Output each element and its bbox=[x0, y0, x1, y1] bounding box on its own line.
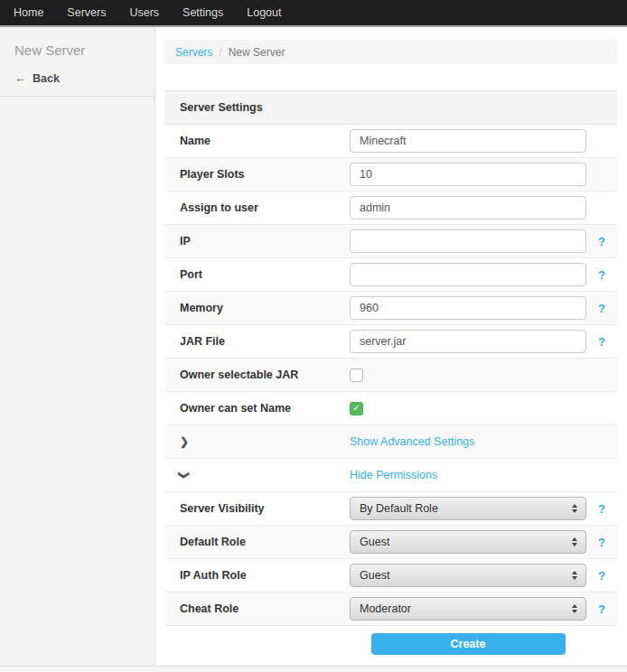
form-row-ip-auth-role: IP Auth RoleGuest? bbox=[164, 559, 617, 593]
form-row-memory: Memory? bbox=[164, 292, 617, 325]
form-row-owner-selectable-jar: Owner selectable JAR bbox=[164, 359, 617, 392]
select-stepper-icon bbox=[572, 604, 577, 613]
default-role-label: Default Role bbox=[180, 536, 246, 548]
form-row-cheat-role: Cheat RoleModerator? bbox=[164, 593, 617, 626]
default-role-help-icon[interactable]: ? bbox=[598, 536, 605, 549]
memory-input[interactable] bbox=[350, 296, 586, 320]
form-row-name: Name bbox=[164, 125, 617, 158]
page-bottom-strip bbox=[0, 666, 627, 672]
memory-label: Memory bbox=[180, 302, 223, 314]
ip-auth-role-label: IP Auth Role bbox=[180, 569, 247, 582]
selected-option: Guest bbox=[360, 536, 572, 548]
name-input[interactable] bbox=[350, 129, 586, 153]
jar-file-label: JAR File bbox=[180, 335, 225, 348]
settings-table: Server Settings NamePlayer SlotsAssign t… bbox=[164, 90, 617, 662]
form-row-ip: IP? bbox=[164, 225, 617, 258]
form-row-show-advanced-settings: ❯Show Advanced Settings bbox=[164, 425, 617, 459]
selected-option: Moderator bbox=[360, 602, 572, 615]
nav-item-servers[interactable]: Servers bbox=[55, 0, 117, 25]
form-row-jar-file: JAR File? bbox=[164, 325, 617, 359]
form-row-hide-permissions: ❯Hide Permissions bbox=[164, 459, 617, 492]
owner-selectable-jar-checkbox[interactable] bbox=[350, 369, 363, 382]
chevron-right-icon: ❯ bbox=[180, 435, 189, 448]
top-navbar: Home Servers Users Settings Logout bbox=[0, 0, 627, 27]
page-title: New Server bbox=[0, 27, 154, 58]
player-slots-input[interactable] bbox=[350, 163, 586, 186]
ip-label: IP bbox=[180, 235, 191, 247]
create-row: Create bbox=[164, 626, 617, 662]
jar-file-input[interactable] bbox=[350, 330, 586, 353]
nav-item-logout[interactable]: Logout bbox=[235, 0, 293, 25]
cheat-role-label: Cheat Role bbox=[180, 602, 239, 615]
back-arrow-icon: ← bbox=[14, 71, 26, 85]
jar-file-help-icon[interactable]: ? bbox=[598, 335, 605, 349]
breadcrumb-separator: / bbox=[219, 46, 221, 59]
assign-to-user-input[interactable] bbox=[350, 196, 586, 219]
owner-can-set-name-label: Owner can set Name bbox=[180, 402, 291, 415]
memory-help-icon[interactable]: ? bbox=[598, 302, 605, 315]
select-stepper-icon bbox=[572, 571, 577, 580]
form-row-server-visibility: Server VisibilityBy Default Role? bbox=[164, 492, 617, 526]
sidebar: New Server ← Back bbox=[0, 27, 155, 666]
player-slots-label: Player Slots bbox=[180, 168, 245, 181]
assign-to-user-label: Assign to user bbox=[180, 201, 258, 214]
back-link[interactable]: ← Back bbox=[0, 68, 154, 97]
nav-item-settings[interactable]: Settings bbox=[171, 0, 235, 25]
form-row-port: Port? bbox=[164, 258, 617, 292]
form-row-player-slots: Player Slots bbox=[164, 158, 617, 191]
ip-auth-role-help-icon[interactable]: ? bbox=[598, 569, 605, 583]
select-stepper-icon bbox=[572, 537, 577, 546]
port-label: Port bbox=[180, 268, 202, 281]
owner-can-set-name-checkbox[interactable]: ✓ bbox=[350, 402, 363, 415]
checkmark-icon: ✓ bbox=[352, 404, 360, 413]
select-stepper-icon bbox=[572, 504, 577, 513]
back-link-label: Back bbox=[33, 72, 60, 85]
form-rows: NamePlayer SlotsAssign to userIP?Port?Me… bbox=[164, 125, 617, 626]
form-row-owner-can-set-name: Owner can set Name✓ bbox=[164, 392, 617, 425]
create-button[interactable]: Create bbox=[371, 633, 566, 655]
nav-item-users[interactable]: Users bbox=[117, 0, 171, 25]
table-header: Server Settings bbox=[164, 91, 617, 125]
ip-help-icon[interactable]: ? bbox=[598, 235, 605, 248]
default-role-select[interactable]: Guest bbox=[350, 530, 586, 554]
server-visibility-help-icon[interactable]: ? bbox=[598, 502, 605, 516]
server-visibility-label: Server Visibility bbox=[180, 502, 265, 515]
nav-item-home[interactable]: Home bbox=[2, 0, 55, 25]
content-area: New Server ← Back Servers / New Server S… bbox=[0, 27, 627, 666]
ip-auth-role-select[interactable]: Guest bbox=[350, 564, 586, 587]
table-header-label: Server Settings bbox=[180, 101, 263, 114]
form-row-assign-to-user: Assign to user bbox=[164, 191, 617, 225]
breadcrumb-servers-link[interactable]: Servers bbox=[175, 46, 212, 59]
show-advanced-settings-link[interactable]: Show Advanced Settings bbox=[350, 435, 474, 448]
ip-input[interactable] bbox=[350, 229, 586, 253]
hide-permissions-link[interactable]: Hide Permissions bbox=[350, 469, 437, 481]
chevron-down-icon: ❯ bbox=[178, 471, 191, 480]
selected-option: By Default Role bbox=[360, 502, 572, 515]
name-label: Name bbox=[180, 135, 211, 147]
form-row-default-role: Default RoleGuest? bbox=[164, 526, 617, 559]
main-panel: Servers / New Server Server Settings Nam… bbox=[164, 27, 617, 666]
port-help-icon[interactable]: ? bbox=[598, 268, 605, 282]
port-input[interactable] bbox=[350, 263, 586, 286]
owner-selectable-jar-label: Owner selectable JAR bbox=[180, 369, 298, 381]
server-visibility-select[interactable]: By Default Role bbox=[350, 497, 586, 520]
cheat-role-help-icon[interactable]: ? bbox=[598, 602, 605, 616]
cheat-role-select[interactable]: Moderator bbox=[350, 597, 586, 621]
breadcrumb: Servers / New Server bbox=[164, 40, 617, 64]
breadcrumb-current: New Server bbox=[229, 46, 285, 59]
selected-option: Guest bbox=[360, 569, 572, 582]
